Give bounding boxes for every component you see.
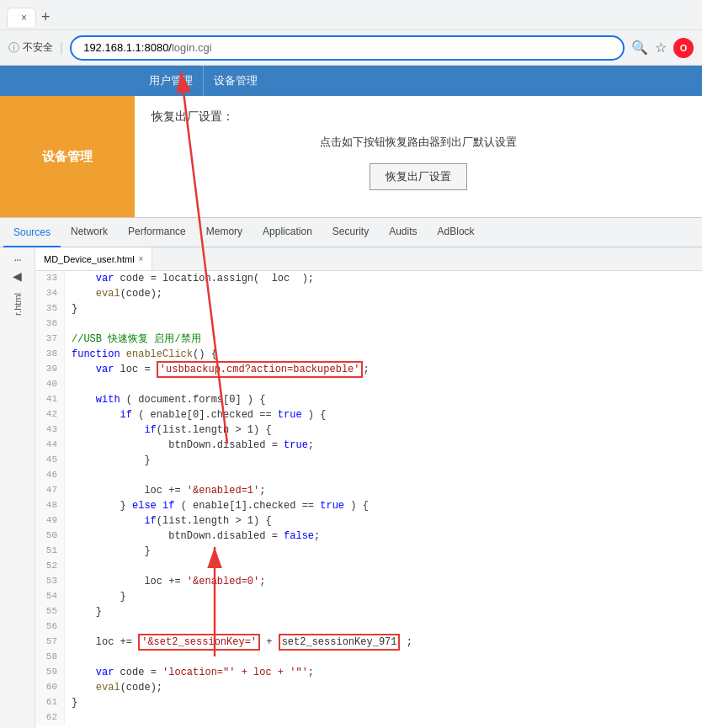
tab-close-icon[interactable]: × <box>21 12 27 24</box>
tab-memory[interactable]: Memory <box>196 218 253 247</box>
address-bar-row: ⓘ 不安全 | 192.168.1.1:8080/ login.cgi 🔍 ☆ … <box>0 30 702 66</box>
code-line: 48 } else if ( enable[1].checked == true… <box>35 498 702 513</box>
line-number: 34 <box>35 286 65 301</box>
line-number: 33 <box>35 271 65 286</box>
line-number: 52 <box>35 559 65 574</box>
line-code: if(list.length > 1) { <box>65 422 702 438</box>
tab-performance[interactable]: Performance <box>118 218 196 247</box>
code-line: 54 } <box>35 589 702 604</box>
code-line: 35} <box>35 301 702 316</box>
sidebar: 设备管理 <box>0 96 135 217</box>
tab-security[interactable]: Security <box>322 218 379 247</box>
sidebar-label: 设备管理 <box>42 149 93 165</box>
line-number: 62 <box>35 710 65 725</box>
separator: | <box>60 40 63 56</box>
line-code: //USB 快速恢复 启用/禁用 <box>65 332 702 347</box>
code-content[interactable]: 33 var code = location.assign( loc );34 … <box>35 271 702 728</box>
code-line: 51 } <box>35 544 702 559</box>
line-number: 54 <box>35 589 65 604</box>
code-line: 56 <box>35 619 702 635</box>
line-number: 40 <box>35 377 65 392</box>
file-tab-item[interactable]: MD_Device_user.html × <box>35 247 152 270</box>
line-code <box>65 710 702 725</box>
line-code: if ( enable[0].checked == true ) { <box>65 407 702 422</box>
line-code: var loc = 'usbbackup.cmd?action=backupeb… <box>65 362 702 377</box>
bookmark-icon[interactable]: ☆ <box>655 40 667 56</box>
line-code: } <box>65 604 702 619</box>
address-input-wrap[interactable]: 192.168.1.1:8080/ login.cgi <box>70 35 625 61</box>
code-line: 60 eval(code); <box>35 680 702 695</box>
app-nav: 用户管理 设备管理 <box>0 66 702 96</box>
line-code: loc += '&enabled=1'; <box>65 483 702 498</box>
line-number: 42 <box>35 407 65 422</box>
code-line: 50 btnDown.disabled = false; <box>35 529 702 544</box>
code-line: 61} <box>35 695 702 710</box>
code-line: 36 <box>35 316 702 332</box>
content-area: 恢复出厂设置： 点击如下按钮恢复路由器到出厂默认设置 恢复出厂设置 <box>135 96 702 217</box>
code-line: 34 eval(code); <box>35 286 702 301</box>
line-code: } <box>65 544 702 559</box>
line-number: 53 <box>35 574 65 589</box>
tab-network[interactable]: Network <box>61 218 118 247</box>
line-code: } else if ( enable[1].checked == true ) … <box>65 498 702 513</box>
line-code: } <box>65 589 702 604</box>
line-number: 57 <box>35 635 65 650</box>
new-tab-button[interactable]: + <box>41 8 51 26</box>
tab-audits[interactable]: Audits <box>379 218 427 247</box>
restore-description: 点击如下按钮恢复路由器到出厂默认设置 <box>152 135 685 150</box>
tab-adblock[interactable]: AdBlock <box>428 218 485 247</box>
line-number: 45 <box>35 453 65 468</box>
nav-item-user-management[interactable]: 用户管理 <box>139 66 204 96</box>
insecure-label: 不安全 <box>23 40 53 55</box>
code-line: 47 loc += '&enabled=1'; <box>35 483 702 498</box>
line-code: } <box>65 453 702 468</box>
code-line: 38function enableClick() { <box>35 347 702 362</box>
line-code: btnDown.disabled = false; <box>65 529 702 544</box>
panel-toggle-button[interactable]: ◀ <box>13 269 22 283</box>
code-line: 59 var code = 'location="' + loc + '"'; <box>35 665 702 680</box>
url-host: 192.168.1.1:8080/ <box>83 41 172 54</box>
line-code: btnDown.disabled = true; <box>65 438 702 453</box>
line-code: if(list.length > 1) { <box>65 513 702 529</box>
r-html-label: r.html <box>13 293 23 316</box>
search-icon[interactable]: 🔍 <box>631 40 648 56</box>
line-number: 61 <box>35 695 65 710</box>
code-line: 39 var loc = 'usbbackup.cmd?action=backu… <box>35 362 702 377</box>
devtools-wrapper: Sources Network Performance Memory Appli… <box>0 218 702 728</box>
browser-window: × + ⓘ 不安全 | 192.168.1.1:8080/ login.cgi … <box>0 0 702 728</box>
line-code: } <box>65 695 702 710</box>
code-panel: ··· ◀ r.html MD_Device_user.html × 33 va… <box>0 247 702 728</box>
code-line: 45 } <box>35 453 702 468</box>
line-number: 48 <box>35 498 65 513</box>
tab-application[interactable]: Application <box>253 218 322 247</box>
main-area: 设备管理 恢复出厂设置： 点击如下按钮恢复路由器到出厂默认设置 恢复出厂设置 <box>0 96 702 218</box>
line-number: 58 <box>35 650 65 665</box>
tab-sources[interactable]: Sources <box>3 219 61 247</box>
line-code <box>65 619 702 635</box>
line-number: 43 <box>35 422 65 438</box>
line-code <box>65 559 702 574</box>
restore-factory-button[interactable]: 恢复出厂设置 <box>370 163 467 190</box>
line-code: eval(code); <box>65 286 702 301</box>
line-number: 47 <box>35 483 65 498</box>
line-code: eval(code); <box>65 680 702 695</box>
line-number: 39 <box>35 362 65 377</box>
info-icon: ⓘ <box>8 40 19 56</box>
code-line: 40 <box>35 377 702 392</box>
line-number: 50 <box>35 529 65 544</box>
code-line: 49 if(list.length > 1) { <box>35 513 702 529</box>
panel-dots-button[interactable]: ··· <box>13 252 21 266</box>
restore-btn-wrap: 恢复出厂设置 <box>152 163 685 190</box>
opera-icon[interactable]: O <box>673 38 694 58</box>
nav-item-device-management[interactable]: 设备管理 <box>204 66 268 96</box>
devtools-tabs-bar: Sources Network Performance Memory Appli… <box>0 218 702 247</box>
line-number: 59 <box>35 665 65 680</box>
line-code: with ( document.forms[0] ) { <box>65 392 702 407</box>
file-tab-close-icon[interactable]: × <box>139 254 144 263</box>
line-code <box>65 377 702 392</box>
code-line: 33 var code = location.assign( loc ); <box>35 271 702 286</box>
code-line: 53 loc += '&enabled=0'; <box>35 574 702 589</box>
browser-tabs-row: × + <box>0 0 702 30</box>
code-line: 52 <box>35 559 702 574</box>
line-code: function enableClick() { <box>65 347 702 362</box>
